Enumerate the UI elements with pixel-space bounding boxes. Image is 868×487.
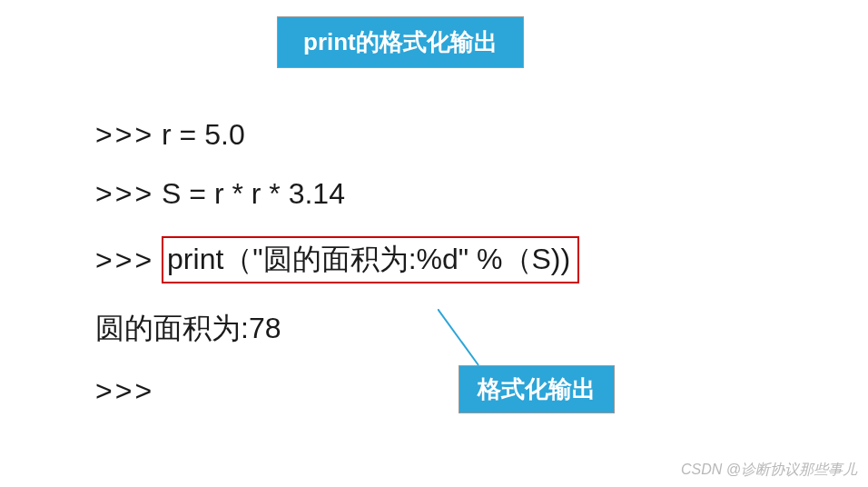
prompt-3: >>> (95, 244, 154, 277)
code-text-3: print（"圆的面积为:%d" %（S)) (167, 243, 570, 275)
code-line-4: 圆的面积为:78 (95, 309, 579, 349)
title-text: print的格式化输出 (303, 28, 498, 55)
highlighted-code: print（"圆的面积为:%d" %（S)) (162, 236, 579, 283)
code-text-1: r = 5.0 (162, 118, 245, 152)
code-text-2: S = r * r * 3.14 (162, 177, 345, 211)
prompt-5: >>> (95, 374, 154, 408)
watermark-text: CSDN @诊断协议那些事儿 (681, 462, 857, 477)
callout-label: 格式化输出 (459, 365, 615, 413)
code-line-2: >>> S = r * r * 3.14 (95, 177, 579, 211)
callout-text: 格式化输出 (478, 375, 596, 403)
prompt-2: >>> (95, 177, 154, 211)
watermark: CSDN @诊断协议那些事儿 (681, 461, 857, 480)
prompt-1: >>> (95, 118, 154, 152)
code-line-3: >>> print（"圆的面积为:%d" %（S)) (95, 236, 579, 283)
output-text: 圆的面积为:78 (95, 309, 281, 349)
title-box: print的格式化输出 (277, 16, 524, 68)
code-line-1: >>> r = 5.0 (95, 118, 579, 152)
